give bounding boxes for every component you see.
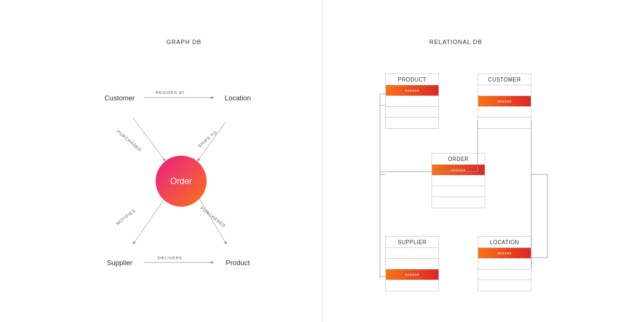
svg-line-3	[133, 197, 165, 244]
customer-table-title: CUSTOMER	[478, 74, 531, 85]
location-row-3	[478, 280, 531, 291]
location-table-title: LOCATION	[478, 237, 531, 248]
order-row-3	[432, 197, 485, 208]
product-table-title: PRODUCT	[386, 74, 438, 85]
edge-purchased-1: PURCHASED	[116, 129, 143, 153]
product-row-1	[386, 96, 438, 107]
supplier-row-1	[386, 248, 438, 259]
section-divider	[322, 0, 323, 322]
order-table-title: ORDER	[432, 153, 485, 165]
edge-notifies: NOTIFIES	[115, 208, 137, 226]
product-table: PRODUCT xxxxxx	[385, 74, 439, 129]
location-row-1	[478, 259, 531, 269]
order-row-1	[432, 175, 485, 186]
product-node: Product	[214, 238, 262, 287]
location-node: Location	[214, 74, 262, 122]
supplier-row-2	[386, 259, 438, 269]
location-row-highlighted: xxxxxx	[478, 248, 531, 259]
product-row-highlighted: xxxxxx	[386, 85, 438, 96]
product-row-2	[386, 107, 438, 118]
location-table: LOCATION xxxxxx	[478, 236, 531, 291]
edge-delivers: DELIVERS	[158, 255, 182, 260]
graph-connections	[0, 0, 322, 322]
supplier-table-title: SUPPLIER	[386, 237, 438, 248]
order-row-2	[432, 186, 485, 197]
product-row-3	[386, 118, 438, 128]
order-table: ORDER xxxxxx	[431, 153, 485, 208]
svg-line-1	[133, 118, 165, 161]
location-row-2	[478, 269, 531, 280]
edge-ships-to: SHIPS TO	[197, 130, 218, 149]
edge-purchased-2: PURCHASED	[199, 206, 226, 228]
customer-node: Customer	[96, 74, 144, 122]
supplier-node: Supplier	[96, 238, 144, 287]
customer-row-highlighted: xxxxxx	[478, 96, 531, 107]
order-row-highlighted: xxxxxx	[432, 165, 485, 175]
customer-table: CUSTOMER xxxxxx	[478, 74, 531, 129]
supplier-row-3	[386, 280, 438, 291]
supplier-table: SUPPLIER xxxxxx	[385, 236, 439, 291]
supplier-row-highlighted: xxxxxx	[386, 269, 438, 280]
order-node: Order	[156, 156, 207, 207]
customer-row-1	[478, 85, 531, 96]
customer-row-3	[478, 118, 531, 128]
customer-row-2	[478, 107, 531, 118]
edge-resides-at: RESIDES AT	[156, 90, 185, 95]
relational-db-title: RELATIONAL DB	[429, 39, 482, 45]
graph-db-title: GRAPH DB	[166, 39, 201, 45]
